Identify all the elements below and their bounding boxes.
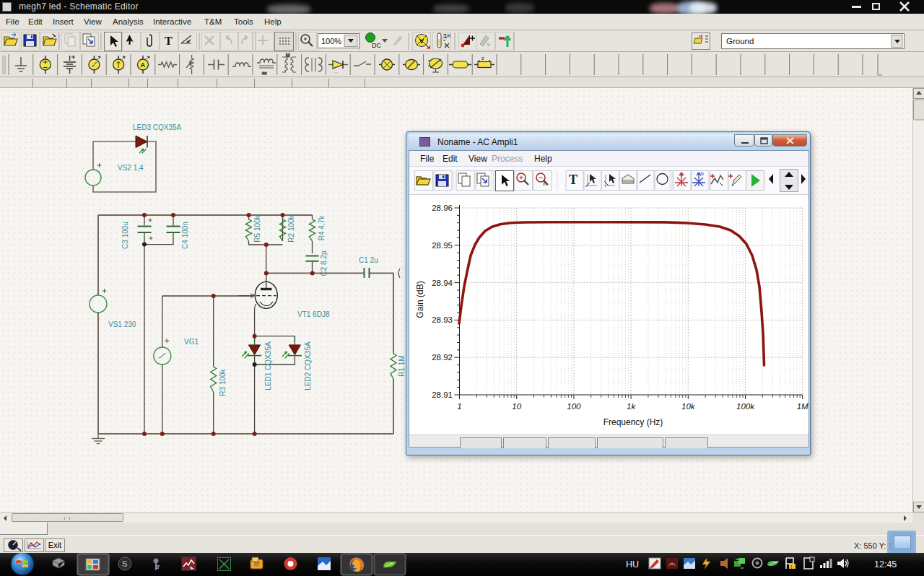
svg-text:10k: 10k <box>681 402 696 411</box>
svg-text:LED3 CQX35A: LED3 CQX35A <box>133 123 182 131</box>
svg-text:T: T <box>569 173 578 187</box>
svg-text:28.96: 28.96 <box>432 204 453 212</box>
svg-text:100%: 100% <box>321 37 341 45</box>
svg-text:28.95: 28.95 <box>432 241 453 250</box>
svg-text:VS2 1,4: VS2 1,4 <box>118 164 144 172</box>
svg-text:m: m <box>543 181 547 186</box>
svg-text:Frequency (Hz): Frequency (Hz) <box>603 417 663 427</box>
svg-text:Gain (dB): Gain (dB) <box>415 281 425 318</box>
svg-text:28.92: 28.92 <box>432 353 453 362</box>
svg-text:C4 100n: C4 100n <box>181 222 189 249</box>
svg-text:10: 10 <box>512 402 521 411</box>
svg-text:b: b <box>701 171 704 176</box>
svg-text:1M: 1M <box>797 402 808 411</box>
svg-text:VT1 6DJ8: VT1 6DJ8 <box>297 310 330 318</box>
svg-text:HU: HU <box>626 559 639 570</box>
svg-text:R1 1M: R1 1M <box>398 355 406 376</box>
svg-text:Ground: Ground <box>726 37 754 45</box>
svg-text:28.93: 28.93 <box>432 315 453 324</box>
svg-text:LED1 CQX35A: LED1 CQX35A <box>264 341 272 390</box>
svg-text:!: ! <box>790 564 792 570</box>
svg-text:S: S <box>122 559 127 568</box>
svg-text:VS1 230: VS1 230 <box>108 320 136 328</box>
svg-text:1K: 1K <box>444 32 451 39</box>
svg-text:R3 100k: R3 100k <box>219 368 227 396</box>
svg-text:28.91: 28.91 <box>432 390 453 399</box>
svg-text:R5 100k: R5 100k <box>253 214 261 242</box>
svg-text:VG1: VG1 <box>184 338 199 346</box>
svg-text:R2 100k: R2 100k <box>287 214 295 242</box>
svg-text:ac: ac <box>262 71 266 75</box>
svg-text:z: z <box>481 56 484 61</box>
svg-text:C2 8.2p: C2 8.2p <box>320 250 328 276</box>
svg-text:C3 100u: C3 100u <box>121 222 129 249</box>
svg-text:100: 100 <box>567 402 581 411</box>
svg-text:LED2 CQX35A: LED2 CQX35A <box>304 341 312 390</box>
svg-text:C1 2u: C1 2u <box>359 256 378 264</box>
svg-text:28.94: 28.94 <box>432 279 453 287</box>
svg-text:A: A <box>141 61 146 69</box>
svg-text:1: 1 <box>457 402 461 411</box>
svg-text:100k: 100k <box>736 402 755 411</box>
svg-text:R4 4,7k: R4 4,7k <box>318 215 326 240</box>
svg-text:1k: 1k <box>627 402 636 411</box>
svg-text:...: ... <box>334 69 338 74</box>
svg-text:M: M <box>286 53 289 58</box>
svg-text:DC: DC <box>372 42 381 49</box>
svg-text:12:45: 12:45 <box>874 559 897 570</box>
svg-text:T: T <box>165 35 173 47</box>
